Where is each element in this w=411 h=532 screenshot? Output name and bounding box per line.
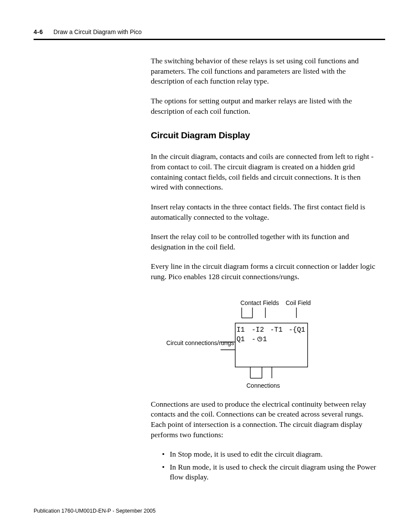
page-header: 4-6 Draw a Circuit Diagram with Pico bbox=[34, 27, 385, 40]
bullet-list: In Stop mode, it is used to edit the cir… bbox=[151, 449, 379, 482]
page-number: 4-6 bbox=[34, 28, 43, 35]
paragraph: The options for setting output and marke… bbox=[151, 96, 379, 116]
section-heading: Circuit Diagram Display bbox=[151, 129, 379, 141]
footer-publication: Publication 1760-UM001D-EN-P - September… bbox=[34, 507, 156, 515]
paragraph: Connections are used to produce the elec… bbox=[151, 399, 379, 440]
diagram-lines bbox=[166, 299, 326, 395]
circuit-diagram: Contact Fields Coil Field Circuit connec… bbox=[166, 299, 326, 395]
paragraph: Insert the relay coil to be controlled t… bbox=[151, 232, 379, 252]
body-column: The switching behavior of these relays i… bbox=[151, 56, 379, 492]
list-item: In Stop mode, it is used to edit the cir… bbox=[151, 449, 379, 460]
paragraph: The switching behavior of these relays i… bbox=[151, 56, 379, 87]
page: 4-6 Draw a Circuit Diagram with Pico The… bbox=[0, 0, 411, 532]
svg-rect-5 bbox=[235, 323, 308, 367]
paragraph: Every line in the circuit diagram forms … bbox=[151, 261, 379, 282]
paragraph: Insert relay contacts in the three conta… bbox=[151, 202, 379, 222]
paragraph: In the circuit diagram, contacts and coi… bbox=[151, 152, 379, 193]
chapter-title: Draw a Circuit Diagram with Pico bbox=[53, 28, 142, 35]
list-item: In Run mode, it is used to check the cir… bbox=[151, 462, 379, 482]
